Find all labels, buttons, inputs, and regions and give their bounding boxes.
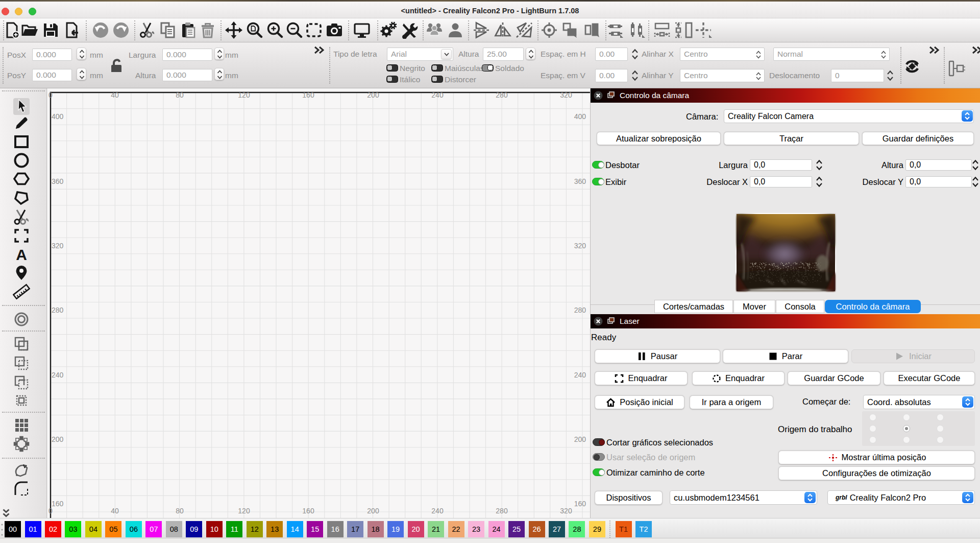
svg-text:A: A: [16, 246, 27, 263]
svg-text:200: 200: [574, 435, 586, 443]
svg-text:240: 240: [52, 371, 64, 379]
svg-text:200: 200: [52, 435, 64, 443]
svg-text:40: 40: [111, 507, 119, 515]
svg-text:240: 240: [431, 91, 444, 99]
svg-text:200: 200: [367, 507, 379, 515]
svg-text:0: 0: [48, 91, 53, 99]
svg-text:320: 320: [52, 242, 64, 250]
svg-text:280: 280: [574, 306, 586, 314]
svg-text:160: 160: [302, 507, 314, 515]
svg-text:320: 320: [560, 507, 572, 515]
svg-text:360: 360: [574, 177, 586, 185]
svg-text:0: 0: [48, 507, 53, 515]
svg-text:280: 280: [52, 306, 64, 314]
svg-text:240: 240: [431, 507, 444, 515]
svg-text:240: 240: [574, 371, 586, 379]
svg-text:280: 280: [496, 91, 508, 99]
svg-text:120: 120: [238, 507, 250, 515]
svg-text:400: 400: [52, 112, 64, 121]
svg-text:400: 400: [574, 112, 586, 121]
svg-text:320: 320: [574, 242, 586, 250]
svg-text:160: 160: [52, 500, 64, 508]
svg-text:80: 80: [176, 507, 184, 515]
svg-text:120: 120: [238, 91, 250, 99]
svg-text:280: 280: [496, 507, 508, 515]
svg-text:160: 160: [302, 91, 314, 99]
svg-text:80: 80: [176, 91, 184, 99]
svg-text:320: 320: [560, 91, 572, 99]
svg-text:200: 200: [367, 91, 379, 99]
svg-text:40: 40: [111, 91, 119, 99]
svg-text:360: 360: [52, 177, 64, 185]
svg-text:160: 160: [574, 500, 586, 508]
